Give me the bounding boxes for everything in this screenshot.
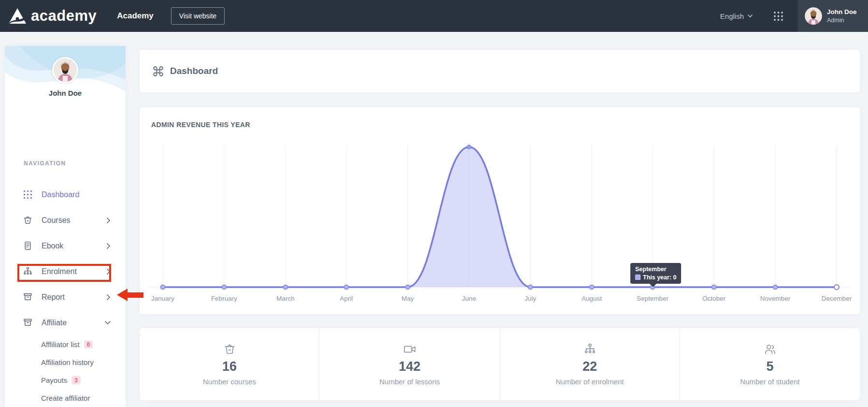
basket-icon — [223, 343, 236, 356]
x-axis-label: October — [702, 295, 726, 302]
stat-card-students[interactable]: 5 Number of student — [680, 328, 860, 400]
app-root: academy Academy Visit website English — [0, 0, 868, 407]
x-axis-label: June — [462, 295, 476, 302]
language-dropdown[interactable]: English — [720, 12, 753, 20]
sidebar-item-label: Dashboard — [42, 190, 79, 199]
chart-tooltip: September This year: 0 — [630, 263, 681, 284]
grid-dots-icon — [22, 190, 33, 199]
chevron-down-icon — [747, 14, 753, 18]
revenue-chart-card: ADMIN REVENUE THIS YEAR — [140, 107, 860, 314]
chevron-right-icon — [106, 268, 111, 275]
sidebar-item-label: Courses — [42, 216, 71, 225]
stat-value: 5 — [766, 359, 773, 374]
stat-value: 142 — [398, 359, 420, 374]
stats-row: 16 Number courses 142 Number of lessons … — [140, 328, 860, 400]
tooltip-pointer — [650, 284, 656, 287]
x-axis-label: December — [822, 295, 852, 302]
x-axis-label: May — [401, 295, 414, 302]
sidebar-subitem-payouts[interactable]: Payouts 3 — [5, 371, 126, 389]
chevron-right-icon — [106, 217, 111, 224]
submenu-label: Create affiliator — [41, 394, 90, 402]
count-badge: 0 — [84, 340, 93, 349]
sidebar-item-ebook[interactable]: Ebook — [5, 233, 126, 259]
user-menu[interactable]: John Doe Admin — [798, 0, 868, 32]
sidebar-subitem-create-affiliator[interactable]: Create affiliator — [5, 389, 126, 407]
chevron-down-icon — [104, 320, 111, 325]
x-axis-label: March — [276, 295, 295, 302]
chart-title: ADMIN REVENUE THIS YEAR — [151, 121, 250, 129]
sitemap-icon — [583, 343, 597, 356]
sidebar-subitem-affiliation-history[interactable]: Affiliation history — [5, 353, 126, 371]
sidebar-item-label: Affiliate — [42, 319, 67, 327]
x-axis-label: July — [525, 295, 536, 302]
tooltip-value: This year: 0 — [643, 274, 676, 281]
apps-grid-icon[interactable] — [773, 11, 783, 21]
x-axis-label: January — [151, 295, 174, 302]
sidebar-item-affiliate[interactable]: Affiliate — [5, 310, 126, 335]
sidebar-item-label: Enrolment — [42, 267, 77, 276]
count-badge: 3 — [71, 376, 81, 384]
x-axis-label: September — [637, 295, 669, 302]
chevron-right-icon — [106, 243, 111, 249]
x-axis-label: November — [760, 295, 791, 302]
sidebar-item-report[interactable]: Report — [5, 284, 126, 310]
stat-card-enrolment[interactable]: 22 Number of enrolment — [500, 328, 680, 400]
sidebar-item-label: Ebook — [42, 242, 63, 250]
submenu-label: Affiliation history — [41, 358, 94, 366]
profile-avatar — [52, 57, 78, 83]
stat-label: Number courses — [203, 378, 256, 386]
language-label: English — [720, 12, 744, 20]
stat-card-courses[interactable]: 16 Number courses — [140, 328, 320, 400]
academy-logo-icon — [8, 7, 27, 25]
user-name: John Doe — [827, 8, 857, 16]
stat-value: 22 — [583, 359, 597, 374]
sidebar-profile: John Doe — [5, 57, 126, 97]
visit-website-button[interactable]: Visit website — [171, 7, 225, 25]
page-title: Dashboard — [170, 66, 218, 76]
profile-name: John Doe — [5, 89, 126, 97]
archive-icon — [22, 318, 33, 328]
video-icon — [403, 343, 416, 356]
sidebar-subitem-affiliator-list[interactable]: Affliliator list 0 — [5, 335, 126, 353]
sidebar-item-label: Report — [42, 293, 65, 302]
user-info: John Doe Admin — [827, 8, 857, 24]
x-axis-label: August — [582, 295, 602, 302]
stat-label: Number of enrolment — [556, 378, 624, 386]
user-avatar — [805, 7, 822, 25]
navbar-right: English — [720, 0, 868, 32]
brand-logo[interactable]: academy — [8, 7, 97, 25]
sitemap-icon — [22, 266, 33, 276]
app-name: Academy — [117, 11, 154, 21]
logo-text: academy — [31, 7, 97, 25]
command-icon — [152, 65, 164, 77]
stat-label: Number of lessons — [379, 378, 440, 386]
book-icon — [22, 241, 33, 251]
page-header-card: Dashboard — [140, 50, 860, 92]
tooltip-row: This year: 0 — [635, 274, 676, 281]
stat-value: 16 — [222, 359, 237, 374]
submenu-label: Affliliator list — [41, 340, 80, 349]
sidebar-item-courses[interactable]: Courses — [5, 207, 126, 233]
x-axis-labels: January February March April May June Ju… — [151, 295, 852, 302]
nav-section-label: NAVIGATION — [24, 160, 66, 167]
sidebar-menu: Dashboard Courses — [5, 182, 126, 407]
archive-icon — [22, 292, 33, 302]
x-axis-label: April — [340, 295, 353, 302]
submenu-label: Payouts — [41, 376, 67, 384]
user-role: Admin — [827, 16, 857, 24]
sidebar-item-dashboard[interactable]: Dashboard — [5, 182, 126, 207]
x-axis-label: February — [211, 295, 237, 302]
chevron-right-icon — [106, 294, 111, 301]
basket-icon — [22, 215, 33, 225]
users-icon — [764, 343, 777, 356]
tooltip-series-swatch — [635, 275, 640, 280]
stat-card-lessons[interactable]: 142 Number of lessons — [320, 328, 500, 400]
sidebar-item-enrolment[interactable]: Enrolment — [5, 259, 126, 284]
revenue-area-chart[interactable]: January February March April May June Ju… — [140, 141, 860, 305]
stat-label: Number of student — [740, 378, 799, 386]
sidebar: John Doe NAVIGATION Dashboard — [5, 46, 126, 407]
tooltip-month: September — [635, 265, 676, 274]
top-navbar: academy Academy Visit website English — [0, 0, 868, 32]
